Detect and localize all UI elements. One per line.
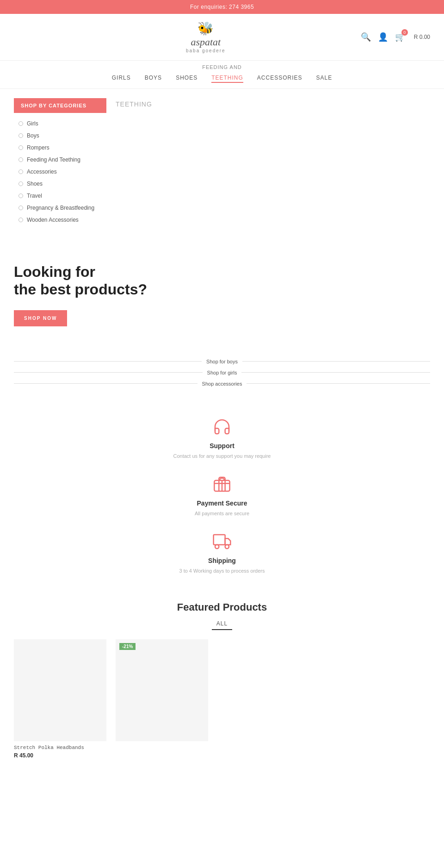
- nav-girls[interactable]: GIRLS: [112, 75, 131, 83]
- featured-section: Featured Products ALL Stretch Polka Head…: [0, 587, 444, 768]
- sidebar-item-rompers[interactable]: Rompers: [14, 142, 106, 154]
- svg-point-5: [215, 544, 219, 548]
- truck-icon: [210, 530, 234, 553]
- product-badge-2: -21%: [119, 643, 136, 650]
- product-card-2[interactable]: -21%: [116, 639, 208, 759]
- cart-total: R 0.00: [414, 34, 430, 40]
- sidebar-item-travel[interactable]: Travel: [14, 190, 106, 202]
- promo-section: Looking for the best products? SHOP NOW: [0, 235, 444, 345]
- nav-sale[interactable]: SALE: [316, 75, 333, 83]
- shop-now-button[interactable]: SHOP NOW: [14, 310, 67, 326]
- cart-badge: 0: [401, 29, 408, 36]
- feature-support: Support Contact us for any support you m…: [173, 415, 271, 459]
- logo-bee-icon: 🐝: [197, 21, 214, 36]
- line-left-accessories: [14, 383, 197, 384]
- main-nav: GIRLS BOYS SHOES TEETHING ACCESSORIES SA…: [0, 70, 444, 89]
- sidebar-label-wooden: Wooden Accessories: [27, 217, 79, 223]
- shop-link-accessories[interactable]: Shop accessories: [14, 381, 430, 387]
- radio-feeding: [18, 157, 23, 162]
- category-content: TEETHING: [116, 98, 430, 226]
- sidebar-label-pregnancy: Pregnancy & Breastfeeding: [27, 205, 94, 211]
- main-content: SHOP BY CATEGORIES Girls Boys Rompers Fe…: [0, 89, 444, 235]
- sidebar-item-accessories[interactable]: Accessories: [14, 166, 106, 178]
- product-name-1: Stretch Polka Headbands: [14, 745, 106, 750]
- support-title: Support: [210, 442, 234, 450]
- product-image-1: [14, 639, 106, 741]
- gift-icon: [210, 473, 234, 496]
- line-right-girls: [241, 372, 430, 373]
- category-heading: TEETHING: [116, 98, 430, 108]
- nav-shoes[interactable]: SHOES: [176, 75, 197, 83]
- product-price-1: R 45.00: [14, 752, 106, 759]
- headset-icon: [210, 415, 234, 438]
- payment-title: Payment Secure: [197, 500, 247, 507]
- sidebar-item-boys[interactable]: Boys: [14, 130, 106, 142]
- shop-link-girls[interactable]: Shop for girls: [14, 370, 430, 375]
- header-icons: 🔍 👤 🛒 0 R 0.00: [361, 32, 430, 42]
- promo-title: Looking for the best products?: [14, 263, 430, 299]
- payment-desc: All payments are secure: [195, 511, 249, 516]
- nav-top-label: FEEDING AND: [0, 61, 444, 70]
- sidebar-label-accessories: Accessories: [27, 169, 57, 175]
- line-left-boys: [14, 361, 202, 362]
- line-left-girls: [14, 372, 203, 373]
- sidebar: SHOP BY CATEGORIES Girls Boys Rompers Fe…: [14, 98, 106, 226]
- sidebar-label-shoes: Shoes: [27, 181, 43, 187]
- featured-title: Featured Products: [14, 601, 430, 613]
- nav-accessories[interactable]: ACCESSORIES: [257, 75, 302, 83]
- sidebar-item-wooden[interactable]: Wooden Accessories: [14, 214, 106, 226]
- sidebar-label-travel: Travel: [27, 193, 42, 199]
- line-right-boys: [242, 361, 430, 362]
- radio-wooden: [18, 218, 23, 222]
- radio-accessories: [18, 169, 23, 174]
- radio-girls: [18, 121, 23, 126]
- sidebar-label-boys: Boys: [27, 132, 39, 139]
- sidebar-label-feeding: Feeding And Teething: [27, 156, 80, 163]
- featured-tabs: ALL: [14, 618, 430, 630]
- search-icon[interactable]: 🔍: [361, 32, 371, 42]
- sidebar-label-rompers: Rompers: [27, 144, 49, 151]
- logo-sub: baba goedere: [186, 48, 226, 53]
- product-image-2: -21%: [116, 639, 208, 741]
- sidebar-label-girls: Girls: [27, 120, 38, 127]
- shop-link-boys[interactable]: Shop for boys: [14, 359, 430, 364]
- shop-link-girls-label: Shop for girls: [207, 370, 237, 375]
- nav-boys[interactable]: BOYS: [145, 75, 162, 83]
- shop-link-boys-label: Shop for boys: [206, 359, 238, 364]
- sidebar-item-pregnancy[interactable]: Pregnancy & Breastfeeding: [14, 202, 106, 214]
- line-right-accessories: [247, 383, 430, 384]
- shipping-title: Shipping: [208, 557, 236, 564]
- product-card-1[interactable]: Stretch Polka Headbands R 45.00: [14, 639, 106, 759]
- logo[interactable]: 🐝 aspatat baba goedere: [186, 21, 226, 53]
- shop-links: Shop for boys Shop for girls Shop access…: [0, 345, 444, 401]
- logo-text: aspatat: [191, 36, 221, 48]
- sidebar-item-girls[interactable]: Girls: [14, 118, 106, 130]
- top-banner: For enquiries: 274 3965: [0, 0, 444, 14]
- feature-shipping: Shipping 3 to 4 Working days to process …: [179, 530, 265, 574]
- products-grid: Stretch Polka Headbands R 45.00 -21%: [14, 639, 430, 759]
- radio-travel: [18, 194, 23, 198]
- radio-shoes: [18, 181, 23, 186]
- cart-icon[interactable]: 🛒 0: [395, 32, 405, 42]
- svg-marker-4: [225, 538, 231, 544]
- svg-point-6: [225, 544, 229, 548]
- radio-rompers: [18, 145, 23, 150]
- radio-pregnancy: [18, 206, 23, 210]
- shop-link-accessories-label: Shop accessories: [202, 381, 242, 387]
- sidebar-item-shoes[interactable]: Shoes: [14, 178, 106, 190]
- sidebar-item-feeding[interactable]: Feeding And Teething: [14, 154, 106, 166]
- support-desc: Contact us for any support you may requi…: [173, 453, 271, 459]
- account-icon[interactable]: 👤: [378, 32, 388, 42]
- svg-rect-3: [214, 535, 225, 545]
- feature-payment: Payment Secure All payments are secure: [195, 473, 249, 516]
- radio-boys: [18, 133, 23, 138]
- header: 🐝 aspatat baba goedere 🔍 👤 🛒 0 R 0.00: [0, 14, 444, 61]
- shipping-desc: 3 to 4 Working days to process orders: [179, 568, 265, 574]
- tab-all[interactable]: ALL: [212, 618, 232, 630]
- banner-text: For enquiries: 274 3965: [190, 4, 254, 10]
- features-section: Support Contact us for any support you m…: [0, 401, 444, 587]
- nav-teething[interactable]: TEETHING: [211, 75, 243, 83]
- sidebar-title: SHOP BY CATEGORIES: [14, 98, 106, 113]
